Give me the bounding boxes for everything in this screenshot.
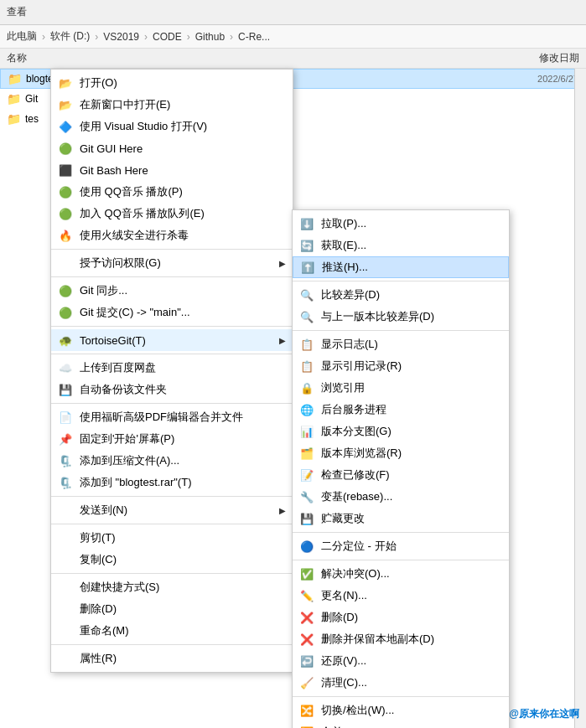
- right-menu-item-revert[interactable]: ↩️还原(V)...: [293, 650, 509, 672]
- right-menu-item-repo-browser[interactable]: 🌐后台服务进程: [293, 399, 509, 421]
- left-menu-item-git-gui[interactable]: 🟢Git GUI Here: [51, 137, 293, 159]
- right-menu-item-delete-keep[interactable]: ❌删除并保留本地副本(D): [293, 628, 509, 650]
- right-menu-item-check-modified[interactable]: 📝检查已修改(F): [293, 464, 509, 486]
- right-menu-item-delete2[interactable]: ❌删除(D): [293, 607, 509, 628]
- right-menu-icon-cleanup: 🧹: [299, 675, 314, 690]
- left-menu-icon-grant-access: [58, 256, 73, 271]
- left-menu-icon-qq-add: 🟢: [58, 206, 73, 221]
- left-menu-item-properties[interactable]: 属性(R): [51, 648, 293, 669]
- address-part-cre[interactable]: C-Re...: [238, 31, 270, 43]
- left-menu-item-cut[interactable]: 剪切(T): [51, 527, 293, 549]
- right-menu-icon-repo-browser: 🌐: [299, 402, 314, 417]
- address-part-drive[interactable]: 软件 (D:): [50, 29, 90, 44]
- address-sep-2: ›: [95, 31, 98, 43]
- right-menu-item-pull[interactable]: ⬇️拉取(P)...: [293, 213, 509, 235]
- right-menu-label-browse-repo: 浏览引用: [321, 380, 502, 395]
- file-icon-tes: 📁: [7, 112, 20, 126]
- right-menu-label-branch-manager: 版本分支图(G): [321, 424, 502, 439]
- left-menu-label-git-gui: Git GUI Here: [80, 142, 286, 155]
- right-menu-item-show-ref[interactable]: 📋显示引用记录(R): [293, 355, 509, 377]
- left-menu-icon-add-zip: 🗜️: [58, 453, 73, 468]
- left-menu-label-rename: 重命名(M): [80, 623, 286, 638]
- left-menu-item-create-shortcut[interactable]: 创建快捷方式(S): [51, 576, 293, 598]
- left-menu-label-tortoisegit: TortoiseGit(T): [80, 334, 272, 347]
- right-menu-item-stash[interactable]: 💾贮藏更改: [293, 508, 509, 529]
- left-menu-label-qq-play: 使用 QQ音乐 播放(P): [80, 184, 286, 199]
- left-menu-item-auto-backup[interactable]: 💾自动备份该文件夹: [51, 379, 293, 400]
- right-menu-item-branch-manager[interactable]: 📊版本分支图(G): [293, 421, 509, 442]
- left-menu-item-add-zip[interactable]: 🗜️添加到压缩文件(A)...: [51, 450, 293, 472]
- right-menu-item-cleanup[interactable]: 🧹清理(C)...: [293, 672, 509, 694]
- left-menu-item-grant-access[interactable]: 授予访问权限(G)▶: [51, 252, 293, 274]
- left-menu-item-rename[interactable]: 重命名(M): [51, 620, 293, 642]
- menu-item-view[interactable]: 查看: [7, 5, 27, 19]
- left-menu-item-qq-add[interactable]: 🟢加入 QQ音乐 播放队列(E): [51, 203, 293, 225]
- right-menu-icon-delete-keep: ❌: [299, 632, 314, 647]
- right-menu-icon-switch: 🔀: [299, 703, 314, 718]
- left-menu-icon-create-shortcut: [58, 580, 73, 595]
- left-menu-item-fire-antivirus[interactable]: 🔥使用火绒安全进行杀毒: [51, 225, 293, 246]
- right-menu-label-stash: 贮藏更改: [321, 511, 502, 526]
- left-menu-label-qq-add: 加入 QQ音乐 播放队列(E): [80, 206, 286, 221]
- address-part-code[interactable]: CODE: [153, 31, 182, 43]
- left-menu-item-pdf-merge[interactable]: 📄使用福昕高级PDF编辑器合并文件: [51, 406, 293, 428]
- left-menu-item-git-sync[interactable]: 🟢Git 同步...: [51, 280, 293, 302]
- left-menu-sep-23: [51, 496, 293, 497]
- right-menu-item-diff[interactable]: 🔍比较差异(D): [293, 284, 509, 306]
- right-menu-item-browse-repo[interactable]: 🔒浏览引用: [293, 377, 509, 399]
- left-menu-item-pin-start[interactable]: 📌固定到'开始'屏幕(P): [51, 428, 293, 450]
- right-menu-item-merge[interactable]: 🔀合并(M)...: [293, 721, 509, 728]
- right-menu-label-resolve: 解决冲突(O)...: [321, 566, 502, 581]
- scrollbar[interactable]: [574, 69, 586, 728]
- address-sep-4: ›: [187, 31, 190, 43]
- right-menu-item-bisect-start[interactable]: 🔵二分定位 - 开始: [293, 535, 509, 557]
- col-header-date[interactable]: 修改日期: [479, 51, 579, 65]
- right-menu-item-diff-prev[interactable]: 🔍与上一版本比较差异(D): [293, 306, 509, 328]
- left-menu-icon-baidu-upload: ☁️: [58, 360, 73, 375]
- address-part-vs[interactable]: VS2019: [103, 31, 139, 43]
- right-menu-icon-pull: ⬇️: [299, 216, 314, 231]
- left-menu-sep-18: [51, 403, 293, 404]
- right-menu-item-rebase[interactable]: 🔧变基(rebase)...: [293, 486, 509, 508]
- left-menu-item-copy[interactable]: 复制(C): [51, 549, 293, 571]
- left-menu-icon-qq-play: 🟢: [58, 184, 73, 199]
- file-list-header: 名称 修改日期: [0, 49, 586, 69]
- left-menu-label-send-to: 发送到(N): [80, 503, 272, 518]
- address-bar: 此电脑 › 软件 (D:) › VS2019 › CODE › Github ›…: [0, 25, 586, 49]
- right-menu-item-fetch[interactable]: 🔄获取(E)...: [293, 235, 509, 256]
- right-menu-item-push[interactable]: ⬆️推送(H)...: [293, 256, 509, 278]
- left-menu-label-grant-access: 授予访问权限(G): [80, 256, 272, 271]
- right-menu-item-show-log[interactable]: 📋显示日志(L): [293, 333, 509, 355]
- left-menu-item-git-bash[interactable]: ⬛Git Bash Here: [51, 159, 293, 181]
- col-header-name[interactable]: 名称: [7, 51, 479, 65]
- left-menu-item-tortoisegit[interactable]: 🐢TortoiseGit(T)▶: [51, 329, 293, 351]
- left-menu-item-open-vs[interactable]: 🔷使用 Visual Studio 打开(V): [51, 116, 293, 137]
- right-menu-item-switch[interactable]: 🔀切换/检出(W)...: [293, 700, 509, 721]
- left-menu-item-open[interactable]: 📂打开(O): [51, 72, 293, 94]
- left-menu-item-send-to[interactable]: 发送到(N)▶: [51, 499, 293, 521]
- left-menu-icon-git-bash: ⬛: [58, 163, 73, 178]
- right-menu-item-resolve[interactable]: ✅解决冲突(O)...: [293, 563, 509, 585]
- address-part-github[interactable]: Github: [195, 31, 225, 43]
- right-menu-icon-revert: ↩️: [299, 653, 314, 669]
- right-menu-icon-bisect-start: 🔵: [299, 539, 314, 554]
- left-menu-arrow-grant-access: ▶: [279, 259, 286, 268]
- right-menu-label-show-ref: 显示引用记录(R): [321, 359, 502, 374]
- left-menu-item-delete[interactable]: 删除(D): [51, 598, 293, 620]
- context-menu-left: 📂打开(O)📂在新窗口中打开(E)🔷使用 Visual Studio 打开(V)…: [50, 69, 293, 673]
- left-menu-icon-auto-backup: 💾: [58, 382, 73, 397]
- right-menu-item-repo-viewer[interactable]: 🗂️版本库浏览器(R): [293, 442, 509, 464]
- right-menu-icon-resolve: ✅: [299, 566, 314, 581]
- left-menu-item-baidu-upload[interactable]: ☁️上传到百度网盘: [51, 357, 293, 379]
- left-menu-item-open-new-window[interactable]: 📂在新窗口中打开(E): [51, 94, 293, 116]
- left-menu-item-git-commit[interactable]: 🟢Git 提交(C) -> "main"...: [51, 302, 293, 323]
- left-menu-item-add-rar[interactable]: 🗜️添加到 "blogtest.rar"(T): [51, 472, 293, 493]
- right-menu-label-bisect-start: 二分定位 - 开始: [321, 539, 502, 554]
- left-menu-item-qq-play[interactable]: 🟢使用 QQ音乐 播放(P): [51, 181, 293, 203]
- left-menu-icon-git-commit: 🟢: [58, 305, 73, 320]
- left-menu-icon-delete: [58, 602, 73, 617]
- address-part-computer[interactable]: 此电脑: [7, 29, 37, 44]
- left-menu-icon-copy: [58, 552, 73, 567]
- left-menu-sep-10: [51, 276, 293, 277]
- right-menu-item-rename2[interactable]: ✏️更名(N)...: [293, 585, 509, 607]
